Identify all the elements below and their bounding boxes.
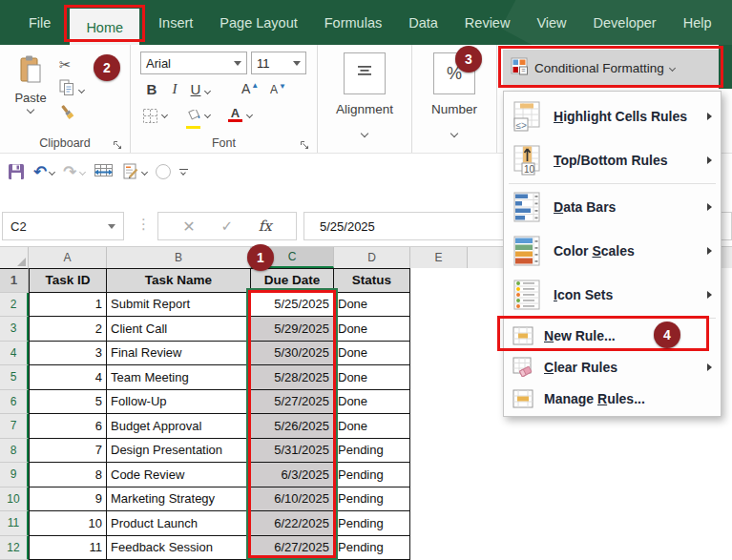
cell-task-name[interactable]: Feedback Session: [107, 536, 251, 560]
menu-item-icon-sets[interactable]: Icon Sets: [504, 273, 721, 317]
cell-due-date[interactable]: 6/22/2025: [251, 511, 334, 536]
formula-bar-resize-dots-icon[interactable]: ⋮: [136, 216, 151, 233]
cell-status[interactable]: Pending: [334, 487, 410, 512]
decrease-font-size-button[interactable]: A▼: [270, 83, 285, 96]
cell-task-name[interactable]: Follow-Up: [107, 390, 251, 415]
row-header[interactable]: 1: [0, 268, 29, 293]
increase-font-size-button[interactable]: A▲: [241, 81, 258, 96]
cell-task-name[interactable]: Client Call: [107, 317, 251, 342]
cell-task-id[interactable]: 6: [29, 414, 107, 439]
copy-button[interactable]: [59, 77, 126, 102]
cell-status[interactable]: Done: [334, 317, 410, 342]
format-painter-button[interactable]: [59, 102, 126, 127]
borders-dropdown-icon[interactable]: [161, 112, 168, 118]
conditional-formatting-button[interactable]: = Conditional Formatting: [503, 50, 719, 86]
redo-button[interactable]: ↷: [63, 162, 84, 181]
tab-home[interactable]: Home: [70, 9, 139, 45]
cell-due-date[interactable]: 5/25/2025: [251, 293, 334, 318]
row-header[interactable]: 9: [0, 463, 29, 487]
cell-empty[interactable]: [410, 536, 468, 560]
cell-status[interactable]: Status: [334, 268, 410, 293]
cell-due-date[interactable]: 5/31/2025: [251, 439, 334, 464]
paste-dropdown-icon[interactable]: [27, 106, 34, 114]
cell-empty[interactable]: [410, 414, 468, 439]
cancel-icon[interactable]: ✕: [182, 218, 195, 236]
fill-color-dropdown-icon[interactable]: [204, 112, 211, 118]
cell-status[interactable]: Done: [334, 365, 410, 390]
cell-due-date[interactable]: 5/27/2025: [251, 390, 334, 415]
row-header[interactable]: 11: [0, 511, 29, 536]
menu-item-highlight-cells-rules[interactable]: ≤> Highlight Cells Rules: [504, 94, 721, 138]
row-header[interactable]: 5: [0, 365, 29, 390]
copy-dropdown-icon[interactable]: [78, 86, 85, 93]
cell-task-name[interactable]: Product Launch: [107, 511, 251, 536]
tab-page-layout[interactable]: Page Layout: [206, 0, 310, 45]
select-all-corner[interactable]: [0, 247, 29, 268]
clipboard-dialog-launcher-icon[interactable]: [113, 137, 123, 148]
form-button[interactable]: [122, 163, 147, 180]
undo-dropdown-icon[interactable]: [49, 168, 55, 175]
tab-insert[interactable]: Insert: [145, 0, 206, 45]
cell-due-date[interactable]: Due Date: [251, 268, 334, 293]
underline-dropdown-icon[interactable]: [204, 88, 211, 94]
cell-task-name[interactable]: Design Presentation: [107, 439, 251, 464]
undo-button[interactable]: ↶: [33, 162, 54, 181]
row-header[interactable]: 6: [0, 390, 29, 415]
font-dialog-launcher-icon[interactable]: [300, 137, 310, 148]
cell-due-date[interactable]: 6/27/2025: [251, 536, 334, 560]
tab-file[interactable]: File: [15, 0, 64, 45]
bold-button[interactable]: B: [142, 81, 161, 97]
row-header[interactable]: 10: [0, 487, 29, 512]
cell-status[interactable]: Done: [334, 293, 410, 318]
paste-button[interactable]: Paste: [6, 51, 55, 138]
name-box-dropdown-icon[interactable]: [108, 224, 115, 229]
tab-formulas[interactable]: Formulas: [311, 0, 395, 45]
font-color-button[interactable]: A: [228, 108, 242, 122]
cell-status[interactable]: Pending: [334, 511, 410, 536]
cell-task-id[interactable]: 2: [29, 317, 107, 342]
cell-empty[interactable]: [410, 463, 468, 487]
cell-due-date[interactable]: 6/3/2025: [251, 463, 334, 487]
cell-task-id[interactable]: 3: [29, 342, 107, 366]
cell-empty[interactable]: [410, 293, 468, 318]
cell-task-name[interactable]: Code Review: [107, 463, 251, 487]
cell-due-date[interactable]: 6/10/2025: [251, 487, 334, 512]
cell-empty[interactable]: [410, 390, 468, 415]
cell-task-name[interactable]: Budget Approval: [107, 414, 251, 439]
cell-task-name[interactable]: Marketing Strategy: [107, 487, 251, 512]
cell-status[interactable]: Pending: [334, 463, 410, 487]
cell-task-id[interactable]: 4: [29, 365, 107, 390]
menu-item-new-rule[interactable]: New Rule...: [504, 320, 721, 351]
row-header[interactable]: 8: [0, 439, 29, 464]
column-header-b[interactable]: B: [107, 247, 251, 268]
tab-view[interactable]: View: [523, 0, 579, 45]
cell-task-id[interactable]: 1: [29, 293, 107, 318]
cell-task-id[interactable]: 8: [29, 463, 107, 487]
cell-due-date[interactable]: 5/29/2025: [251, 317, 334, 342]
font-size-combo[interactable]: 11: [251, 52, 306, 74]
qat-circle-button[interactable]: [156, 164, 171, 179]
borders-button[interactable]: [142, 108, 158, 128]
customize-qat-button[interactable]: [179, 169, 188, 176]
cell-task-name[interactable]: Task Name: [107, 268, 251, 293]
insert-function-icon[interactable]: fx: [259, 218, 272, 235]
row-header[interactable]: 3: [0, 317, 29, 342]
underline-button[interactable]: U: [186, 81, 205, 97]
alignment-button[interactable]: [344, 52, 386, 94]
name-box[interactable]: C2: [2, 212, 124, 240]
cell-empty[interactable]: [410, 268, 468, 293]
cell-empty[interactable]: [410, 317, 468, 342]
tab-review[interactable]: Review: [451, 0, 524, 45]
row-header[interactable]: 7: [0, 414, 29, 439]
fill-color-button[interactable]: [186, 108, 202, 129]
tab-developer[interactable]: Developer: [580, 0, 670, 45]
cell-status[interactable]: Done: [334, 342, 410, 366]
cell-task-id[interactable]: 5: [29, 390, 107, 415]
cell-status[interactable]: Pending: [334, 536, 410, 560]
autofit-column-width-button[interactable]: [94, 163, 114, 181]
font-color-dropdown-icon[interactable]: [246, 112, 253, 118]
menu-item-clear-rules[interactable]: Clear Rules: [504, 351, 721, 383]
menu-item-manage-rules[interactable]: Manage Rules...: [504, 383, 721, 414]
cell-status[interactable]: Done: [334, 414, 410, 439]
save-button[interactable]: [8, 163, 25, 180]
